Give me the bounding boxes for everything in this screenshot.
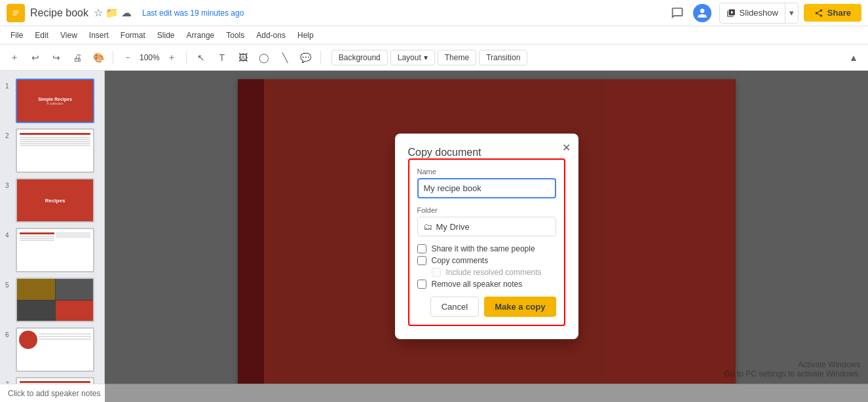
- menu-slide[interactable]: Slide: [152, 29, 180, 42]
- copy-document-dialog: Copy document ✕ Name Folder 🗂 My Drive S…: [395, 134, 578, 339]
- slideshow-main[interactable]: Slideshow: [720, 3, 785, 23]
- share-same-people-label[interactable]: Share it with the same people: [432, 244, 535, 253]
- folder-label: Folder: [417, 206, 556, 214]
- line-tool[interactable]: ╲: [276, 48, 294, 67]
- last-edit-link[interactable]: Last edit was 19 minutes ago: [142, 9, 244, 18]
- menu-edit[interactable]: Edit: [29, 29, 54, 42]
- add-notes-text[interactable]: Click to add speaker notes: [8, 389, 100, 398]
- folder-icon: 🗂: [423, 221, 432, 232]
- thumb-5-cell-1: [17, 279, 55, 300]
- slide-number-2: 2: [5, 128, 13, 139]
- slide-thumbnail-2[interactable]: [16, 128, 94, 173]
- background-button[interactable]: Background: [331, 50, 388, 65]
- toolbar-divider-3: [320, 51, 321, 64]
- share-same-people-item[interactable]: Share it with the same people: [417, 244, 556, 253]
- share-same-people-checkbox[interactable]: [417, 244, 426, 253]
- layout-button[interactable]: Layout ▾: [390, 50, 435, 65]
- include-resolved-item[interactable]: Include resolved comments: [417, 268, 556, 277]
- text-tool[interactable]: T: [213, 48, 231, 67]
- menu-arrange[interactable]: Arrange: [181, 29, 220, 42]
- copy-comments-label[interactable]: Copy comments: [432, 256, 489, 265]
- slide-number-4: 4: [5, 228, 13, 239]
- thumb-1-subtitle: A collection: [47, 101, 63, 105]
- share-button[interactable]: Share: [804, 4, 861, 22]
- canvas-area: Simple Recipes Copy document ✕ Name Fold…: [105, 71, 868, 402]
- slide-thumb-1[interactable]: 1 Simple Recipes A collection: [0, 76, 104, 126]
- zoom-level: 100%: [140, 53, 160, 62]
- theme-button[interactable]: Theme: [438, 50, 476, 65]
- remove-notes-checkbox[interactable]: [417, 280, 426, 289]
- redo-button[interactable]: ↪: [47, 48, 66, 67]
- slide-number-5: 5: [5, 278, 13, 289]
- slide-thumbnail-3[interactable]: Recipes: [16, 178, 94, 223]
- menu-format[interactable]: Format: [115, 29, 151, 42]
- thumb-3-text: Recipes: [45, 198, 66, 204]
- cloud-icon[interactable]: ☁: [121, 7, 132, 19]
- folder-selector[interactable]: 🗂 My Drive: [417, 217, 556, 236]
- slideshow-button[interactable]: Slideshow ▾: [719, 3, 799, 24]
- menu-help[interactable]: Help: [292, 29, 319, 42]
- print-button[interactable]: 🖨: [68, 48, 86, 67]
- include-resolved-checkbox: [432, 268, 441, 277]
- thumb-5-cell-4: [56, 301, 94, 321]
- toolbar-collapse[interactable]: ▲: [844, 48, 863, 67]
- slide-thumb-3[interactable]: 3 Recipes: [0, 175, 104, 225]
- shapes-tool[interactable]: ◯: [255, 48, 273, 67]
- copy-comments-item[interactable]: Copy comments: [417, 256, 556, 265]
- copy-comments-checkbox[interactable]: [417, 256, 426, 265]
- cancel-button[interactable]: Cancel: [430, 297, 479, 317]
- cursor-tool[interactable]: ↖: [192, 48, 210, 67]
- paint-format-button[interactable]: 🎨: [89, 48, 107, 67]
- dialog-title: Copy document: [408, 147, 481, 158]
- slide-thumb-2[interactable]: 2: [0, 126, 104, 175]
- collapse-button[interactable]: ▲: [844, 48, 863, 67]
- menu-addons[interactable]: Add-ons: [251, 29, 291, 42]
- slide-thumb-5[interactable]: 5: [0, 275, 104, 325]
- toolbar-divider-2: [186, 51, 187, 64]
- zoom-in-button[interactable]: ＋: [162, 48, 181, 67]
- main-area: 1 Simple Recipes A collection 2: [0, 71, 868, 402]
- slideshow-dropdown[interactable]: ▾: [785, 3, 798, 23]
- thumb-5-cell-3: [17, 301, 55, 321]
- title-bar-right: Slideshow ▾ Share: [667, 3, 861, 24]
- toolbar-divider-1: [113, 51, 113, 64]
- menu-insert[interactable]: Insert: [84, 29, 114, 42]
- name-label: Name: [417, 168, 556, 175]
- folder-value: My Drive: [436, 222, 470, 232]
- menu-view[interactable]: View: [55, 29, 83, 42]
- slideshow-label: Slideshow: [740, 8, 778, 18]
- menu-file[interactable]: File: [5, 29, 28, 42]
- dialog-actions: Cancel Make a copy: [417, 297, 556, 317]
- comment-button[interactable]: [667, 3, 688, 24]
- layout-arrow: ▾: [424, 53, 428, 62]
- add-button[interactable]: ＋: [5, 48, 24, 67]
- slide-thumbnail-5[interactable]: [16, 278, 94, 322]
- menu-tools[interactable]: Tools: [221, 29, 250, 42]
- folder-icon[interactable]: 📁: [105, 7, 119, 19]
- thumb-2-accent: [20, 133, 90, 135]
- checkbox-group: Share it with the same people Copy comme…: [417, 244, 556, 289]
- slide-thumbnail-4[interactable]: [16, 228, 94, 272]
- zoom-out-button[interactable]: －: [119, 48, 137, 67]
- star-icon[interactable]: ☆: [94, 7, 103, 19]
- thumb-5-cell-2: [56, 279, 94, 300]
- avatar[interactable]: [693, 4, 711, 22]
- transition-button[interactable]: Transition: [479, 50, 527, 65]
- comment-tool[interactable]: 💬: [297, 48, 315, 67]
- toolbar-right: Background Layout ▾ Theme Transition: [331, 50, 528, 65]
- name-input[interactable]: [417, 178, 556, 198]
- slide-thumb-6[interactable]: 6: [0, 325, 104, 375]
- slide-thumbnail-1[interactable]: Simple Recipes A collection: [16, 79, 94, 123]
- slide-thumbnail-6[interactable]: [16, 327, 94, 372]
- slide-number-3: 3: [5, 178, 13, 189]
- make-copy-button[interactable]: Make a copy: [484, 297, 556, 317]
- image-tool[interactable]: 🖼: [234, 48, 252, 67]
- dialog-close-button[interactable]: ✕: [562, 141, 571, 154]
- slide-number-6: 6: [5, 327, 13, 338]
- thumb-1-title: Simple Recipes: [38, 97, 72, 101]
- remove-notes-item[interactable]: Remove all speaker notes: [417, 280, 556, 289]
- slide-thumb-4[interactable]: 4: [0, 225, 104, 275]
- doc-title: Recipe book: [30, 7, 88, 19]
- remove-notes-label[interactable]: Remove all speaker notes: [432, 280, 523, 289]
- undo-button[interactable]: ↩: [26, 48, 45, 67]
